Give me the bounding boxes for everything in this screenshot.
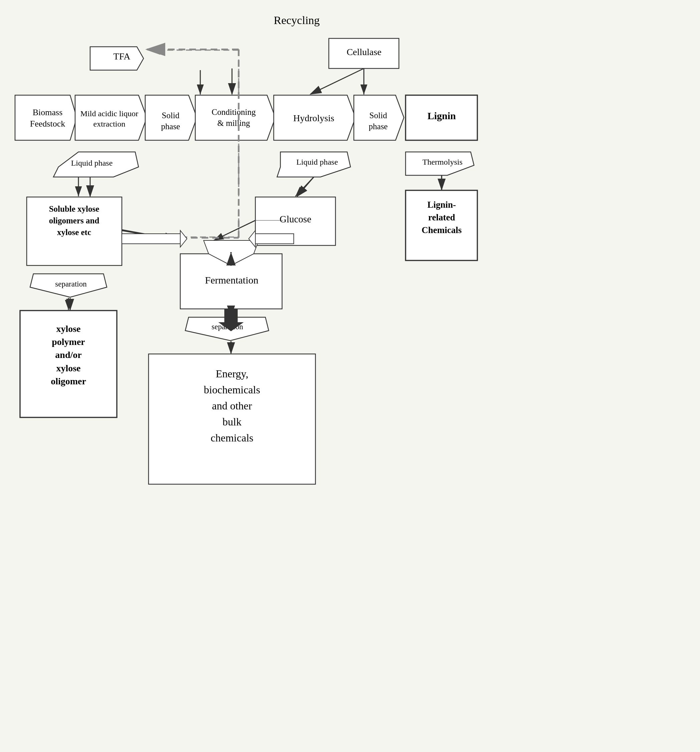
fermentation-label: Fermentation (182, 275, 281, 286)
recycling-title: Recycling (274, 14, 320, 27)
svg-line-29 (295, 177, 314, 196)
thermolysis-label: Thermolysis (407, 158, 478, 167)
svg-line-46 (310, 68, 364, 94)
lignin-label: Lignin (407, 110, 476, 121)
svg-marker-57 (255, 234, 294, 244)
tfa-label: TFA (98, 51, 145, 62)
svg-line-53 (122, 230, 179, 241)
svg-line-30 (122, 230, 180, 241)
svg-marker-33 (203, 241, 259, 266)
separation1-label: separation (33, 280, 109, 289)
svg-marker-55 (122, 234, 180, 244)
energy-label: Energy,biochemicalsand otherbulkchemical… (149, 366, 314, 446)
svg-line-48 (297, 177, 314, 196)
separation2-label: separation (189, 323, 265, 331)
cellulase-label: Cellulase (330, 47, 398, 57)
xylose-polymer-label: xylosepolymerand/orxyloseoligomer (21, 322, 116, 388)
liquid-phase1-label: Liquid phase (53, 158, 130, 168)
hydrolysis-label: Hydrolysis (277, 113, 351, 124)
svg-marker-56 (180, 230, 187, 247)
diagram: Recycling TFA Cellulase BiomassFeedstock… (0, 0, 700, 752)
soluble-xylose-label: Soluble xyloseoligomers andxylose etc (28, 203, 121, 238)
glucose-label: Glucose (257, 214, 334, 225)
liquid-phase2-label: Liquid phase (280, 158, 354, 167)
biomass-label: BiomassFeedstock (17, 107, 78, 130)
svg-marker-58 (249, 230, 255, 247)
conditioning-label: Conditioning& milling (197, 107, 270, 129)
solid-phase2-label: Solidphase (355, 110, 402, 132)
solid-phase1-label: Solidphase (146, 110, 195, 132)
svg-line-31 (214, 221, 255, 241)
mild-acidic-label: Mild acidic liquorextraction (77, 109, 142, 129)
lignin-related-label: Lignin-relatedChemicals (407, 199, 476, 236)
